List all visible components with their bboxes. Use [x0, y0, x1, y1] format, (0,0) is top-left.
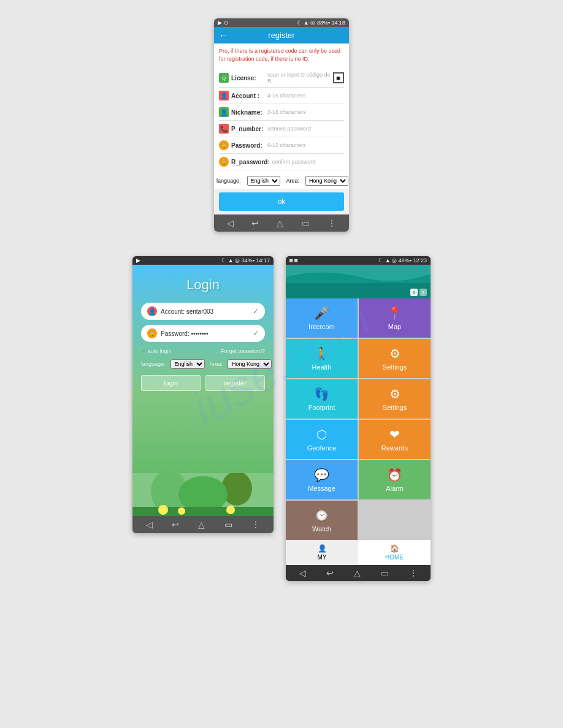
- grid-item-settings[interactable]: ⚙ Settings: [359, 339, 431, 378]
- message-icon: 💬: [314, 468, 329, 482]
- login-nav-home[interactable]: △: [198, 520, 205, 529]
- login-nav-back[interactable]: ◁: [146, 520, 153, 529]
- scan-icon[interactable]: ▣: [333, 72, 344, 83]
- health-icon: 🚶: [314, 346, 329, 361]
- password-row: 🔒 Password: 6-12 characters: [219, 137, 344, 154]
- account-row: 👤 Account : 4-16 characters: [219, 88, 344, 104]
- password-label: Password:: [231, 142, 265, 149]
- login-account-text: Account: sentar003: [161, 308, 249, 315]
- login-options: ✓ auto login Forget password?: [141, 348, 265, 354]
- pnumber-icon: 📞: [219, 124, 229, 134]
- grid-item-message[interactable]: 💬 Message: [286, 460, 358, 499]
- nav-home[interactable]: △: [277, 218, 283, 228]
- login-title: Login: [186, 277, 220, 293]
- back-button[interactable]: ←: [219, 31, 228, 40]
- register-form: Q License: scan or input O código de R ▣…: [214, 66, 349, 173]
- password-input[interactable]: 6-12 characters: [267, 142, 344, 148]
- footprint-label: Footprint: [308, 404, 335, 411]
- nav-menu[interactable]: ⋮: [327, 218, 336, 228]
- grid-item-settings2[interactable]: ⚙ Settings: [359, 379, 431, 419]
- login-status-bar: ▶ ☾ ▲ ◎ 34%▪ 14:17: [132, 256, 274, 265]
- grid-item-footprint[interactable]: 👣 Footprint: [286, 379, 358, 419]
- geofence-icon: ⬡: [316, 427, 327, 442]
- settings-icon: ⚙: [389, 346, 400, 361]
- password-icon: 🔒: [219, 140, 229, 150]
- pnumber-input[interactable]: retrieve password: [267, 126, 344, 132]
- rpassword-label: R_password:: [231, 159, 270, 165]
- grid-item-health[interactable]: 🚶 Health: [286, 339, 358, 378]
- nickname-row: 👤 Nickname: 2-16 characters: [219, 104, 344, 121]
- account-input[interactable]: 4-16 characters: [267, 93, 344, 99]
- nickname-input[interactable]: 2-16 characters: [267, 109, 344, 115]
- nav-return[interactable]: ↩: [251, 218, 259, 228]
- tab-home[interactable]: 🏠 HOME: [358, 540, 431, 565]
- watch-label: Watch: [312, 525, 331, 533]
- account-icon: 👤: [219, 91, 229, 100]
- login-language-select[interactable]: English: [170, 359, 205, 369]
- home-status-bar: ◙ ◙ ☾ ▲ ◎ 48%▪ 12:23: [286, 256, 431, 265]
- rewards-icon: ❤: [389, 427, 400, 442]
- area-label: Area:: [286, 178, 300, 184]
- login-area-select[interactable]: Hong Kong: [228, 359, 272, 369]
- grid-item-alarm[interactable]: ⏰ Alarm: [359, 460, 431, 499]
- tab-my[interactable]: 👤 MY: [286, 540, 358, 565]
- home-status-right: ☾ ▲ ◎ 48%▪ 12:23: [378, 257, 427, 264]
- grid-item-geofence[interactable]: ⬡ Geofence: [286, 420, 358, 459]
- home-nav-home[interactable]: △: [354, 568, 361, 578]
- login-area-label: Area:: [210, 361, 223, 367]
- nav-recent[interactable]: ▭: [302, 218, 310, 228]
- tab-my-icon: 👤: [318, 544, 327, 553]
- login-language-label: language:: [141, 361, 166, 367]
- rpassword-row: 🔒 R_password: confirm password: [219, 154, 344, 170]
- auto-login-check[interactable]: ✓ auto login: [141, 348, 172, 354]
- grid-item-watch[interactable]: ⌚ Watch: [286, 501, 358, 540]
- settings2-icon: ⚙: [389, 387, 400, 401]
- banner-dots: 1 2: [410, 289, 427, 296]
- geofence-label: Geofence: [307, 444, 337, 452]
- pnumber-label: P_number:: [231, 126, 265, 132]
- banner-dot-1[interactable]: 1: [410, 289, 418, 296]
- login-button[interactable]: login: [141, 375, 201, 391]
- footprint-icon: 👣: [314, 387, 329, 401]
- forget-password-link[interactable]: Forget password?: [221, 348, 265, 354]
- register-button[interactable]: register: [205, 375, 265, 391]
- login-nav-bar: ◁ ↩ △ ▭ ⋮: [132, 516, 274, 533]
- area-select[interactable]: Hong Kong: [305, 176, 348, 186]
- login-buttons: login register: [141, 375, 265, 391]
- home-grid: 🎤 Intercom 📍 Map 🚶 Health ⚙ Settings: [286, 298, 431, 540]
- pnumber-row: 📞 P_number: retrieve password: [219, 121, 344, 137]
- ok-button[interactable]: ok: [219, 192, 344, 211]
- login-phone: ▶ ☾ ▲ ◎ 34%▪ 14:17 Login 👤 Account: sent…: [132, 256, 274, 533]
- home-nav-recent[interactable]: ▭: [381, 568, 389, 578]
- home-nav-back[interactable]: ◁: [299, 568, 306, 578]
- grid-item-map[interactable]: 📍 Map: [359, 298, 431, 338]
- login-nav-return[interactable]: ↩: [172, 520, 179, 529]
- landscape-bg: [132, 473, 274, 516]
- license-icon: Q: [219, 73, 229, 83]
- nickname-icon: 👤: [219, 107, 229, 117]
- rpassword-icon: 🔒: [219, 157, 229, 167]
- language-label: language:: [216, 178, 241, 184]
- watch-icon: ⌚: [314, 508, 329, 523]
- svg-point-7: [226, 506, 235, 514]
- login-password-field[interactable]: 🔒 Password: •••••••• ✓: [141, 325, 265, 342]
- home-nav-return[interactable]: ↩: [326, 568, 334, 578]
- banner-dot-2[interactable]: 2: [419, 289, 427, 296]
- login-password-icon: 🔒: [147, 328, 157, 338]
- license-row: Q License: scan or input O código de R ▣: [219, 69, 344, 88]
- language-select[interactable]: English: [247, 176, 280, 186]
- grid-item-intercom[interactable]: 🎤 Intercom: [286, 298, 358, 338]
- license-input[interactable]: scan or input O código de R: [267, 72, 331, 84]
- grid-item-rewards[interactable]: ❤ Rewards: [359, 420, 431, 459]
- rpassword-input[interactable]: confirm password: [272, 159, 344, 165]
- svg-rect-4: [132, 507, 274, 516]
- register-header: ← register: [214, 27, 349, 44]
- login-account-field[interactable]: 👤 Account: sentar003 ✓: [141, 303, 265, 320]
- login-nav-menu[interactable]: ⋮: [251, 520, 260, 529]
- login-nav-recent[interactable]: ▭: [224, 520, 232, 529]
- register-phone: ▶ ⊙ ☾ ▲ ◎ 33%▪ 14:18 ← register Pro, if …: [214, 18, 349, 232]
- home-banner: 1 2: [286, 265, 431, 298]
- nav-back[interactable]: ◁: [227, 218, 234, 228]
- home-nav-menu[interactable]: ⋮: [409, 568, 418, 578]
- intercom-label: Intercom: [308, 323, 335, 330]
